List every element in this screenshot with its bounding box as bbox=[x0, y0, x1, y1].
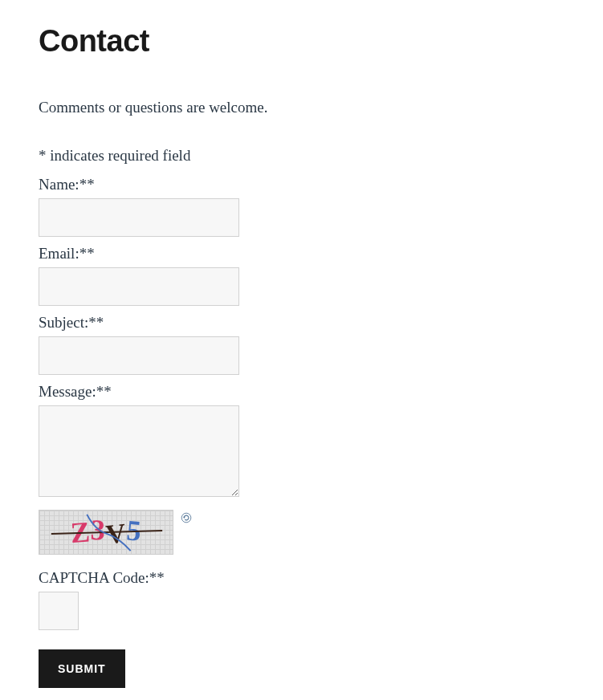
intro-text: Comments or questions are welcome. bbox=[39, 99, 564, 116]
captcha-field[interactable] bbox=[39, 592, 79, 630]
name-field[interactable] bbox=[39, 198, 239, 237]
captcha-label: CAPTCHA Code:* bbox=[39, 569, 564, 587]
email-field[interactable] bbox=[39, 267, 239, 306]
page-title: Contact bbox=[39, 24, 564, 59]
required-marker: * bbox=[96, 383, 112, 400]
subject-field[interactable] bbox=[39, 336, 239, 375]
required-marker: * bbox=[88, 314, 104, 331]
captcha-image: Z3V5 bbox=[39, 510, 173, 555]
required-marker: * bbox=[79, 245, 95, 262]
message-field[interactable] bbox=[39, 405, 239, 497]
name-label: Name:* bbox=[39, 176, 564, 193]
refresh-captcha-icon[interactable] bbox=[180, 511, 193, 524]
svg-point-1 bbox=[181, 513, 191, 523]
subject-label: Subject:* bbox=[39, 314, 564, 332]
required-marker: * bbox=[79, 176, 95, 193]
email-label: Email:* bbox=[39, 245, 564, 262]
required-note: * indicates required field bbox=[39, 147, 564, 165]
required-marker: * bbox=[149, 569, 165, 586]
submit-button[interactable]: SUBMIT bbox=[39, 649, 125, 688]
message-label: Message:* bbox=[39, 383, 564, 401]
